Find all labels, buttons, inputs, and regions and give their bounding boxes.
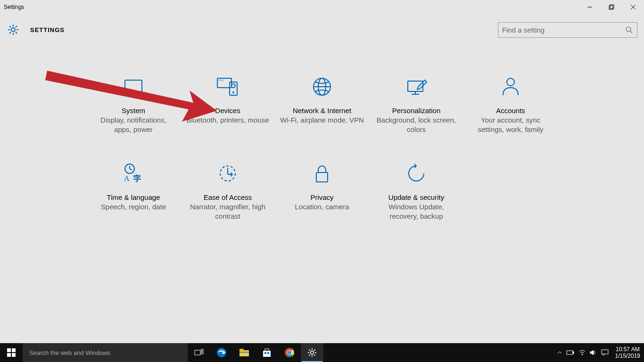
taskbar-search[interactable]: Search the web and Windows [23,343,188,362]
accounts-icon [499,75,522,98]
devices-icon [216,75,239,98]
tile-description: Windows Update, recovery, backup [374,202,459,221]
settings-tile-ease-of-access[interactable]: Ease of AccessNarrator, magnifier, high … [181,162,275,221]
tile-description: Narrator, magnifier, high contrast [185,202,270,221]
settings-tile-personalization[interactable]: PersonalizationBackground, lock screen, … [369,75,463,134]
volume-icon[interactable] [590,350,597,355]
tile-description: Display, notifications, apps, power [91,115,176,134]
header: SETTINGS [0,14,644,41]
tile-title: Ease of Access [204,193,252,201]
privacy-icon [311,162,333,185]
system-tray[interactable] [554,343,611,362]
svg-rect-51 [239,349,244,351]
system-icon [122,75,145,98]
search-input[interactable] [502,26,625,34]
svg-marker-65 [590,350,594,355]
tile-title: Network & Internet [293,107,351,115]
start-button[interactable] [0,343,23,362]
page-title: SETTINGS [30,26,65,33]
taskbar-item-settings[interactable] [301,343,323,362]
tile-description: Your account, sync settings, work, famil… [468,115,553,134]
svg-point-64 [582,354,583,355]
taskbar-item-file-explorer[interactable] [233,343,256,362]
close-button[interactable] [622,0,644,14]
svg-rect-53 [263,351,271,357]
taskbar-item-store[interactable] [256,343,278,362]
svg-rect-62 [567,351,573,354]
tile-title: System [122,107,145,115]
tile-title: Personalization [392,107,441,115]
svg-rect-66 [602,350,608,354]
battery-icon[interactable] [566,350,575,355]
svg-rect-48 [201,352,203,354]
svg-rect-36 [610,5,614,8]
tile-description: Location, camera [295,202,349,212]
titlebar: Settings [0,0,644,14]
svg-rect-44 [7,353,11,357]
ease-of-access-icon [216,162,239,185]
settings-tile-network[interactable]: Network & InternetWi-Fi, airplane mode, … [275,75,369,134]
settings-gear-icon [6,22,21,37]
tile-title: Time & language [107,193,160,201]
tile-description: Background, lock screen, colors [374,115,459,134]
window-title: Settings [4,4,24,10]
taskbar-clock[interactable]: 10:57 AM 1/15/2019 [611,343,644,362]
svg-rect-55 [264,352,266,354]
svg-rect-43 [12,348,16,352]
svg-line-40 [630,31,632,33]
taskbar-item-chrome[interactable] [278,343,301,362]
search-box[interactable] [498,22,637,38]
svg-rect-56 [267,352,269,354]
settings-tile-accounts[interactable]: AccountsYour account, sync settings, wor… [463,75,558,134]
personalization-icon [405,75,428,98]
svg-rect-47 [201,349,203,351]
tile-title: Privacy [310,193,333,201]
tile-description: Speech, region, date [101,202,166,212]
settings-tile-system[interactable]: SystemDisplay, notifications, apps, powe… [86,75,181,134]
settings-tile-devices[interactable]: DevicesBluetooth, printers, mouse [181,75,275,134]
taskbar-item-edge[interactable] [210,343,233,362]
svg-rect-63 [573,352,574,354]
tile-description: Wi-Fi, airplane mode, VPN [280,115,364,125]
svg-point-61 [288,351,291,354]
action-center-icon[interactable] [601,349,609,356]
tile-title: Accounts [496,107,525,115]
clock-time: 10:57 AM [616,346,640,353]
settings-tile-update-security[interactable]: Update & securityWindows Update, recover… [369,162,463,221]
settings-tile-time-language[interactable]: Time & languageSpeech, region, date [86,162,181,221]
taskbar-search-placeholder: Search the web and Windows [29,349,110,356]
svg-rect-52 [239,352,249,353]
network-icon [311,75,333,98]
tray-chevron-up-icon[interactable] [557,350,562,355]
update-security-icon [405,162,428,185]
tile-description: Bluetooth, printers, mouse [186,115,269,125]
time-language-icon [122,162,145,185]
settings-categories-grid: SystemDisplay, notifications, apps, powe… [86,75,558,221]
minimize-button[interactable] [579,0,601,14]
svg-point-39 [626,27,631,32]
svg-rect-35 [609,6,613,9]
tile-title: Update & security [388,193,444,201]
settings-tile-privacy[interactable]: PrivacyLocation, camera [275,162,369,221]
clock-date: 1/15/2019 [615,353,640,359]
svg-rect-42 [7,348,11,352]
search-icon [625,25,633,34]
wifi-icon[interactable] [578,350,586,355]
svg-rect-46 [195,350,200,355]
taskbar: Search the web and Windows 10:57 AM 1/15… [0,343,644,362]
taskbar-item-task-view[interactable] [188,343,210,362]
tile-title: Devices [215,107,240,115]
maximize-button[interactable] [601,0,622,14]
svg-rect-45 [12,353,16,357]
